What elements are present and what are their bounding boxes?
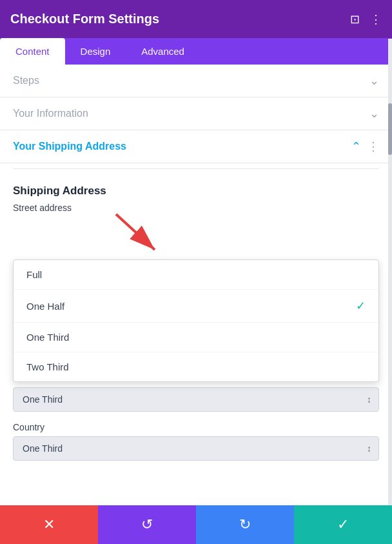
your-shipping-address-label: Your Shipping Address bbox=[13, 141, 126, 152]
street-select[interactable]: One Third Full One Half Two Third bbox=[13, 387, 379, 412]
confirm-icon: ✓ bbox=[337, 516, 349, 533]
tab-advanced[interactable]: Advanced bbox=[126, 38, 200, 65]
scrollbar[interactable] bbox=[388, 39, 392, 505]
red-arrow bbox=[103, 208, 181, 259]
header: Checkout Form Settings ⊡ ⋮ bbox=[0, 0, 392, 38]
header-title: Checkout Form Settings bbox=[10, 12, 159, 26]
tab-design[interactable]: Design bbox=[65, 38, 126, 65]
more-options-icon[interactable]: ⋮ bbox=[370, 12, 382, 26]
confirm-button[interactable]: ✓ bbox=[294, 505, 392, 544]
your-information-label: Your Information bbox=[13, 108, 88, 119]
header-icons: ⊡ ⋮ bbox=[350, 12, 382, 26]
bottom-bar: ✕ ↺ ↻ ✓ bbox=[0, 505, 392, 544]
shipping-address-content: Shipping Address Street address bbox=[0, 174, 392, 227]
selected-checkmark: ✓ bbox=[356, 299, 366, 313]
dropdown-menu: Full One Half ✓ One Third Two Third bbox=[13, 259, 379, 382]
steps-chevron: ⌄ bbox=[369, 74, 379, 88]
focus-icon[interactable]: ⊡ bbox=[350, 12, 360, 26]
your-shipping-address-section[interactable]: Your Shipping Address ⌃ ⋮ bbox=[0, 130, 392, 163]
reset-button[interactable]: ↺ bbox=[98, 505, 196, 544]
dropdown-item-one-third[interactable]: One Third bbox=[14, 323, 378, 352]
shipping-address-more-icon[interactable]: ⋮ bbox=[368, 139, 379, 154]
country-select-wrapper: One Third Full One Half Two Third ↕ bbox=[13, 436, 379, 461]
shipping-address-chevron[interactable]: ⌃ bbox=[351, 139, 361, 154]
dropdown-item-full-label: Full bbox=[26, 269, 42, 280]
steps-label: Steps bbox=[13, 75, 39, 86]
divider bbox=[13, 168, 379, 169]
country-select[interactable]: One Third Full One Half Two Third bbox=[13, 436, 379, 461]
arrow-container bbox=[13, 227, 379, 259]
redo-button[interactable]: ↻ bbox=[196, 505, 294, 544]
dropdown-item-two-third[interactable]: Two Third bbox=[14, 352, 378, 381]
steps-section[interactable]: Steps ⌄ bbox=[0, 65, 392, 97]
shipping-address-title: Shipping Address bbox=[13, 185, 379, 197]
street-select-wrapper: One Third Full One Half Two Third ↕ bbox=[13, 387, 379, 412]
cancel-button[interactable]: ✕ bbox=[0, 505, 98, 544]
redo-icon: ↻ bbox=[239, 516, 251, 533]
dropdown-item-one-third-label: One Third bbox=[26, 332, 69, 343]
shipping-address-icons: ⌃ ⋮ bbox=[351, 139, 379, 154]
dropdown-item-full[interactable]: Full bbox=[14, 260, 378, 290]
your-information-section[interactable]: Your Information ⌄ bbox=[0, 97, 392, 130]
your-information-chevron: ⌄ bbox=[369, 106, 379, 121]
svg-line-1 bbox=[116, 214, 155, 250]
scrollbar-thumb[interactable] bbox=[388, 103, 392, 155]
street-address-label: Street address bbox=[13, 203, 379, 213]
tab-content[interactable]: Content bbox=[0, 38, 65, 65]
dropdown-item-one-half[interactable]: One Half ✓ bbox=[14, 290, 378, 323]
cancel-icon: ✕ bbox=[43, 516, 55, 533]
tabs-bar: Content Design Advanced bbox=[0, 38, 392, 65]
country-label: Country bbox=[0, 422, 392, 432]
dropdown-item-one-half-label: One Half bbox=[26, 301, 64, 312]
dropdown-item-two-third-label: Two Third bbox=[26, 361, 69, 372]
reset-icon: ↺ bbox=[141, 516, 153, 533]
